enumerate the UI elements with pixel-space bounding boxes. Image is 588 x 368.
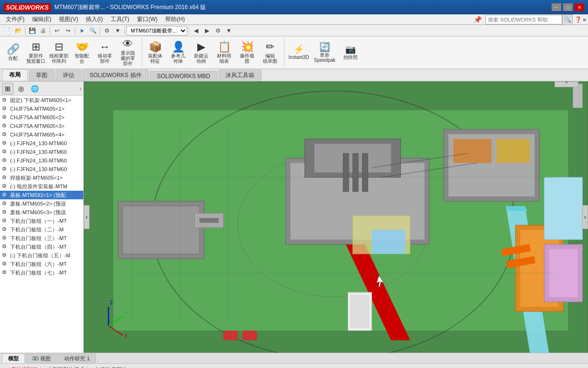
help-button[interactable]: ❓ bbox=[575, 16, 582, 23]
tree-label-5: (-) FJFN24_130-MTM60 bbox=[10, 140, 67, 146]
display-icon[interactable]: 🌐 bbox=[29, 83, 40, 94]
svg-rect-29 bbox=[343, 153, 349, 192]
right-collapse-button[interactable]: › bbox=[582, 205, 588, 229]
tree-item-10[interactable]: ⚙ (-) 电控原件安装板-MTM bbox=[0, 182, 83, 191]
zoom-button[interactable]: 🔍 bbox=[88, 26, 98, 35]
tree-item-6[interactable]: ⚙ (-) FJFN24_130-MTM60 bbox=[0, 148, 83, 156]
component-preview-label: 要部件预览窗口 bbox=[26, 53, 45, 64]
minimize-button[interactable]: ─ bbox=[552, 3, 561, 11]
tree-item-12[interactable]: ⚙ 废板-MTM605<2> (预设 bbox=[0, 199, 83, 208]
update-speedpak-button[interactable]: 🔄 更新Speedpak bbox=[312, 39, 337, 67]
explode-icon: 💥 bbox=[241, 42, 254, 52]
tree-label-2: CHJF75A-MTM605<2> bbox=[10, 115, 65, 120]
edit-sketch-button[interactable]: ✏ 编辑线草图 bbox=[259, 39, 281, 67]
new-motion-button[interactable]: ▶ 新建运动例 bbox=[190, 39, 212, 67]
more-button[interactable]: » bbox=[583, 16, 586, 23]
top-collapse-button[interactable]: ˄ bbox=[554, 81, 578, 87]
wireframe-button[interactable]: ⊟ 线框要部件阵列 bbox=[48, 39, 70, 67]
tree-item-19[interactable]: ⚙ 下机台门板组（六）-MT bbox=[0, 260, 83, 268]
instant3d-button[interactable]: ⚡ Instant3D bbox=[286, 39, 311, 67]
view-dropdown[interactable]: ▼ bbox=[113, 26, 123, 35]
tab-evaluate[interactable]: 评估 bbox=[56, 69, 81, 81]
undo-button[interactable]: ↩ bbox=[52, 26, 62, 35]
component-preview-button[interactable]: ⊞ 要部件预览窗口 bbox=[25, 39, 47, 67]
save-button[interactable]: 💾 bbox=[27, 26, 37, 35]
help-search-button[interactable]: 🔍 bbox=[562, 14, 573, 25]
tab-solidworks-mbd[interactable]: SOLIDWORKS MBD bbox=[150, 71, 217, 81]
instant3d-label: Instant3D bbox=[289, 55, 309, 60]
tree-item-13[interactable]: ⚙ 废板-MTM605<3> (预设 bbox=[0, 208, 83, 217]
explode-button[interactable]: 💥 爆炸视图 bbox=[236, 39, 258, 67]
tree-item-11[interactable]: ⚙ 基板-MTM592<1> (预配 bbox=[0, 191, 83, 199]
tree-item-4[interactable]: ⚙ CHJF75A-MTM605<4> bbox=[0, 130, 83, 139]
tree-item-18[interactable]: ⚙ (-) 下机台门板组（五）-M bbox=[0, 251, 83, 260]
svg-text:X: X bbox=[124, 334, 128, 339]
smartmate-button[interactable]: 🤝 智能配合 bbox=[71, 39, 93, 67]
menu-file[interactable]: 文件(F) bbox=[2, 14, 28, 24]
svg-rect-33 bbox=[351, 295, 370, 328]
property-icon[interactable]: ◎ bbox=[15, 83, 27, 94]
tree-icon-9: ⚙ bbox=[2, 174, 9, 181]
tab-mufeng[interactable]: 沐风工具箱 bbox=[218, 69, 261, 81]
tree-icon-7: ⚙ bbox=[2, 157, 9, 164]
open-button[interactable]: 📂 bbox=[13, 26, 23, 35]
move-component-button[interactable]: ↔ 移动零部件 bbox=[94, 39, 116, 67]
tree-item-8[interactable]: ⚙ (-) FJFN24_130-MTM60 bbox=[0, 165, 83, 173]
select-button[interactable]: ➤ bbox=[77, 26, 87, 35]
print-button[interactable]: 🖨 bbox=[38, 26, 48, 35]
tree-item-20[interactable]: ⚙ 下机台门板组（七）-MT bbox=[0, 268, 83, 277]
left-collapse-button[interactable]: ‹ bbox=[84, 205, 90, 229]
gear-btn[interactable]: ⚙ bbox=[213, 26, 223, 35]
reference-button[interactable]: 👤 参考几何体 bbox=[167, 39, 189, 67]
tree-label-7: (-) FJFN24_130-MTM60 bbox=[10, 158, 67, 163]
feature-tree-icon[interactable]: ⊞ bbox=[2, 83, 13, 94]
viewport[interactable]: ‹ › ˄ bbox=[84, 81, 588, 353]
redo-button[interactable]: ↪ bbox=[63, 26, 73, 35]
show-hidden-icon: 👁 bbox=[123, 39, 133, 49]
document-combo[interactable]: MTM607顶断载带... bbox=[126, 26, 187, 35]
menu-view[interactable]: 视图(V) bbox=[55, 14, 82, 24]
show-hidden-button[interactable]: 👁 显示隐藏的零部件 bbox=[117, 39, 139, 67]
tree-item-16[interactable]: ⚙ 下机台门板组（三）-MT bbox=[0, 234, 83, 242]
tab-sketch[interactable]: 草图 bbox=[29, 69, 55, 81]
title-bar: SOLIDWORKS MTM607顶断裁带... - SOLIDWORKS Pr… bbox=[0, 0, 588, 14]
show-hidden-label: 显示隐藏的零部件 bbox=[121, 50, 135, 66]
panel-expand-button[interactable]: › bbox=[79, 85, 81, 92]
pin-icon[interactable]: 📌 bbox=[472, 16, 484, 23]
bottom-tab-model[interactable]: 模型 bbox=[2, 354, 25, 363]
tree-item-17[interactable]: ⚙ 下机台门板组（四）-MT bbox=[0, 242, 83, 251]
mate-button[interactable]: 🔗 合配 bbox=[2, 39, 24, 67]
tree-item-0[interactable]: ⚙ 固定) 下机架-MTM605<1> bbox=[0, 96, 83, 104]
tree-item-7[interactable]: ⚙ (-) FJFN24_130-MTM60 bbox=[0, 156, 83, 165]
menu-edit[interactable]: 编辑(E) bbox=[28, 14, 55, 24]
close-button[interactable]: ✕ bbox=[575, 3, 584, 11]
bottom-tab-motion[interactable]: 动作研究 1 bbox=[58, 354, 96, 363]
back-btn[interactable]: ◀ bbox=[191, 26, 201, 35]
tab-layout[interactable]: 布局 bbox=[2, 69, 28, 81]
menu-insert[interactable]: 插入(I) bbox=[82, 14, 106, 24]
tree-item-2[interactable]: ⚙ CHJF75A-MTM605<2> bbox=[0, 113, 83, 122]
tree-item-14[interactable]: ⚙ 下机台门板组（一）-MT bbox=[0, 217, 83, 225]
help-search-input[interactable] bbox=[486, 15, 562, 24]
dropdown-btn[interactable]: ▼ bbox=[224, 26, 234, 35]
menu-tools[interactable]: 工具(T) bbox=[107, 14, 133, 24]
window-controls[interactable]: ─ □ ✕ bbox=[552, 3, 584, 11]
main-toolbar: 🔗 合配 ⊞ 要部件预览窗口 ⊟ 线框要部件阵列 🤝 智能配合 ↔ 移动零部件 … bbox=[0, 36, 588, 69]
assembly-feature-button[interactable]: 📦 装配体特征 bbox=[144, 39, 166, 67]
tree-item-9[interactable]: ⚙ 焊接框架-MTM605<1> bbox=[0, 173, 83, 182]
tree-item-5[interactable]: ⚙ (-) FJFN24_130-MTM60 bbox=[0, 139, 83, 148]
maximize-button[interactable]: □ bbox=[563, 3, 573, 11]
snapshot-button[interactable]: 📷 拍快照 bbox=[338, 39, 363, 67]
fwd-btn[interactable]: ▶ bbox=[202, 26, 212, 35]
feature-tree: ⚙ 固定) 下机架-MTM605<1> ⚙ CHJF75A-MTM605<1> … bbox=[0, 96, 83, 353]
bottom-tab-3dview[interactable]: 3D 视图 bbox=[26, 354, 57, 363]
bom-button[interactable]: 📋 材料明细表 bbox=[213, 39, 235, 67]
menu-window[interactable]: 窗口(W) bbox=[133, 14, 161, 24]
tree-item-3[interactable]: ⚙ CHJF75A-MTM605<3> bbox=[0, 122, 83, 130]
tab-solidworks-plugins[interactable]: SOLIDWORKS 插件 bbox=[82, 69, 149, 81]
tree-item-1[interactable]: ⚙ CHJF75A-MTM605<1> bbox=[0, 104, 83, 113]
view-options[interactable]: ⚙ bbox=[102, 26, 112, 35]
menu-help[interactable]: 帮助(H) bbox=[161, 14, 189, 24]
new-button[interactable]: 📄 bbox=[2, 26, 12, 35]
tree-item-15[interactable]: ⚙ 下机台门板组（二）-M bbox=[0, 225, 83, 234]
